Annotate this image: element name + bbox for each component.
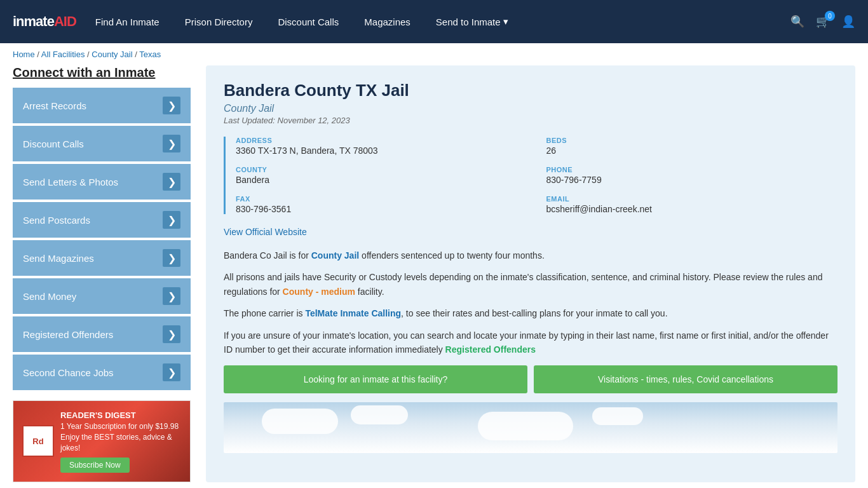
cloud-3 bbox=[478, 412, 573, 440]
sidebar-menu: Arrest Records ❯ Discount Calls ❯ Send L… bbox=[13, 88, 191, 390]
site-header: inmateAID Find An Inmate Prison Director… bbox=[0, 0, 868, 43]
beds-label: BEDS bbox=[546, 137, 838, 144]
sidebar-item-registered-offenders[interactable]: Registered Offenders ❯ bbox=[13, 316, 191, 352]
email-block: EMAIL bcsheriff@indian-creek.net bbox=[546, 195, 838, 214]
sidebar: Connect with an Inmate Arrest Records ❯ … bbox=[13, 65, 191, 482]
phone-block: PHONE 830-796-7759 bbox=[546, 166, 838, 185]
arrow-icon: ❯ bbox=[163, 249, 180, 267]
sky-image bbox=[224, 402, 837, 453]
ad-banner: Rd READER'S DIGEST 1 Year Subscription f… bbox=[13, 400, 191, 482]
action-buttons: Looking for an inmate at this facility? … bbox=[224, 365, 837, 393]
sidebar-item-send-money[interactable]: Send Money ❯ bbox=[13, 278, 191, 314]
cart-icon[interactable]: 🛒 0 bbox=[816, 15, 830, 29]
nav-send-to-inmate[interactable]: Send to Inmate ▾ bbox=[436, 16, 508, 27]
email-label: EMAIL bbox=[546, 195, 838, 203]
arrow-icon: ❯ bbox=[163, 173, 180, 191]
breadcrumb-state[interactable]: Texas bbox=[139, 50, 161, 59]
email-value: bcsheriff@indian-creek.net bbox=[546, 204, 838, 214]
county-value: Bandera bbox=[236, 175, 527, 185]
fax-value: 830-796-3561 bbox=[236, 204, 527, 214]
info-grid: ADDRESS 3360 TX-173 N, Bandera, TX 78003… bbox=[224, 137, 837, 214]
address-block: ADDRESS 3360 TX-173 N, Bandera, TX 78003 bbox=[236, 137, 527, 156]
arrow-icon: ❯ bbox=[163, 97, 180, 114]
arrow-icon: ❯ bbox=[163, 325, 180, 343]
nav-prison-directory[interactable]: Prison Directory bbox=[185, 17, 253, 27]
arrow-icon: ❯ bbox=[163, 211, 180, 229]
sidebar-item-arrest-records[interactable]: Arrest Records ❯ bbox=[13, 88, 191, 123]
phone-label: PHONE bbox=[546, 166, 838, 173]
visitations-button[interactable]: Visitations - times, rules, Covid cancel… bbox=[534, 365, 837, 393]
cart-badge: 0 bbox=[825, 11, 835, 21]
arrow-icon: ❯ bbox=[163, 287, 180, 305]
logo-text: inmateAID bbox=[13, 13, 76, 30]
county-block: COUNTY Bandera bbox=[236, 166, 527, 185]
sidebar-item-discount-calls[interactable]: Discount Calls ❯ bbox=[13, 126, 191, 161]
ad-text: READER'S DIGEST 1 Year Subscription for … bbox=[60, 410, 181, 473]
facility-name: Bandera County TX Jail bbox=[224, 81, 837, 100]
ad-inner: Rd READER'S DIGEST 1 Year Subscription f… bbox=[13, 401, 190, 482]
breadcrumb: Home / All Facilities / County Jail / Te… bbox=[0, 43, 868, 65]
beds-value: 26 bbox=[546, 146, 838, 156]
beds-block: BEDS 26 bbox=[546, 137, 838, 156]
address-label: ADDRESS bbox=[236, 137, 527, 144]
search-icon[interactable]: 🔍 bbox=[790, 15, 804, 29]
looking-for-inmate-button[interactable]: Looking for an inmate at this facility? bbox=[224, 365, 527, 393]
logo[interactable]: inmateAID bbox=[13, 13, 76, 30]
telmate-link[interactable]: TelMate Inmate Calling bbox=[305, 308, 401, 318]
sidebar-item-second-chance-jobs[interactable]: Second Chance Jobs ❯ bbox=[13, 355, 191, 390]
facility-type: County Jail bbox=[224, 103, 837, 114]
sidebar-item-send-magazines[interactable]: Send Magazines ❯ bbox=[13, 240, 191, 276]
nav-magazines[interactable]: Magazines bbox=[364, 17, 410, 27]
user-icon[interactable]: 👤 bbox=[841, 15, 855, 29]
cloud-4 bbox=[592, 407, 643, 425]
breadcrumb-county-jail[interactable]: County Jail bbox=[92, 50, 132, 59]
arrow-icon: ❯ bbox=[163, 135, 180, 152]
breadcrumb-all-facilities[interactable]: All Facilities bbox=[41, 50, 85, 59]
ad-subscribe-button[interactable]: Subscribe Now bbox=[60, 458, 130, 473]
rd-logo: Rd bbox=[22, 425, 54, 457]
main-content: Connect with an Inmate Arrest Records ❯ … bbox=[0, 65, 868, 488]
header-icons: 🔍 🛒 0 👤 bbox=[790, 15, 855, 29]
last-updated: Last Updated: November 12, 2023 bbox=[224, 116, 837, 125]
main-nav: Find An Inmate Prison Directory Discount… bbox=[95, 16, 790, 27]
breadcrumb-home[interactable]: Home bbox=[13, 50, 35, 59]
sidebar-item-send-letters[interactable]: Send Letters & Photos ❯ bbox=[13, 164, 191, 200]
cloud-1 bbox=[262, 409, 338, 434]
fax-block: FAX 830-796-3561 bbox=[236, 195, 527, 214]
cloud-2 bbox=[351, 405, 408, 424]
nav-discount-calls[interactable]: Discount Calls bbox=[278, 17, 339, 27]
facility-description: Bandera Co Jail is for County Jail offen… bbox=[224, 248, 837, 356]
phone-value: 830-796-7759 bbox=[546, 175, 838, 185]
sidebar-item-send-postcards[interactable]: Send Postcards ❯ bbox=[13, 202, 191, 238]
fax-label: FAX bbox=[236, 195, 527, 203]
registered-offenders-link[interactable]: Registered Offenders bbox=[445, 344, 536, 355]
facility-detail-panel: Bandera County TX Jail County Jail Last … bbox=[206, 65, 855, 482]
address-value: 3360 TX-173 N, Bandera, TX 78003 bbox=[236, 146, 527, 156]
sidebar-title: Connect with an Inmate bbox=[13, 65, 191, 80]
arrow-icon: ❯ bbox=[163, 363, 180, 381]
nav-find-inmate[interactable]: Find An Inmate bbox=[95, 17, 159, 27]
county-medium-link[interactable]: County - medium bbox=[283, 287, 355, 297]
county-label: COUNTY bbox=[236, 166, 527, 173]
county-jail-link[interactable]: County Jail bbox=[311, 250, 359, 261]
official-website-link[interactable]: View Official Website bbox=[224, 227, 307, 237]
